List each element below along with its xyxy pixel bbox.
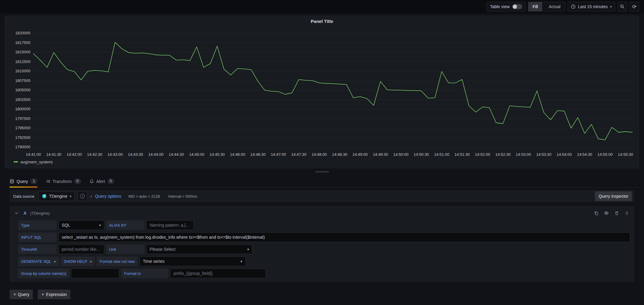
- time-range-picker[interactable]: Last 15 minutes ▾: [568, 2, 615, 11]
- fill-actual-group: Fill Actual: [528, 2, 565, 11]
- triangle-right-icon: ▸: [90, 259, 92, 263]
- svg-text:1807500: 1807500: [15, 78, 30, 83]
- panel-title: Panel Title: [8, 18, 636, 26]
- query-inspector-button[interactable]: Query inspector: [595, 191, 632, 201]
- type-select[interactable]: SQL ▾: [58, 220, 104, 230]
- add-expression-button[interactable]: + Expression: [38, 290, 70, 299]
- format-select[interactable]: Time series ▾: [140, 256, 246, 266]
- svg-text:14:54:00: 14:54:00: [557, 152, 572, 157]
- table-view-switch[interactable]: [512, 4, 522, 9]
- pane-resize-handle[interactable]: [315, 171, 329, 172]
- svg-text:14:54:30: 14:54:30: [577, 152, 592, 157]
- info-icon: i: [80, 194, 85, 199]
- show-help-label: SHOW HELP: [64, 259, 87, 264]
- group-by-row: Group by column name(s) Format to: [18, 269, 630, 278]
- table-view-toggle-group[interactable]: Table view: [487, 2, 525, 11]
- input-sql-field[interactable]: [58, 232, 630, 242]
- add-expression-label: Expression: [46, 292, 67, 297]
- chevron-down-icon: ▾: [247, 247, 249, 251]
- actions-row: GENERATE SQL ▸ SHOW HELP ▸ Format new co…: [18, 256, 630, 266]
- time-range-label: Last 15 minutes: [578, 4, 608, 9]
- chevron-down-icon: ▾: [610, 5, 612, 9]
- refresh-button[interactable]: ⟳: [630, 2, 639, 11]
- drag-handle[interactable]: [624, 211, 630, 215]
- zoom-out-button[interactable]: [618, 2, 627, 11]
- group-by-label: Group by column name(s): [18, 269, 69, 278]
- tab-alert-count: 0: [107, 178, 114, 184]
- datasource-name: TDengine: [49, 194, 67, 199]
- type-row: Type SQL ▾ ALIAS BY: [18, 220, 630, 230]
- svg-text:14:53:00: 14:53:00: [516, 152, 531, 157]
- alias-by-label: ALIAS BY: [106, 220, 145, 230]
- legend-label[interactable]: avg(mem_system): [20, 160, 53, 164]
- eye-icon: [604, 211, 609, 215]
- tab-transform[interactable]: Transform 0: [46, 175, 81, 187]
- svg-text:14:52:00: 14:52:00: [475, 152, 490, 157]
- triangle-right-icon: ▸: [54, 259, 56, 263]
- unit-select[interactable]: Please Select ▾: [146, 244, 252, 254]
- svg-text:1795000: 1795000: [15, 126, 30, 130]
- tab-alert[interactable]: Alert 0: [89, 175, 114, 187]
- svg-text:14:50:00: 14:50:00: [393, 152, 409, 157]
- add-query-label: Query: [18, 292, 29, 297]
- grid-lines: [33, 33, 632, 147]
- generate-sql-button[interactable]: GENERATE SQL ▸: [18, 256, 59, 266]
- unit-value: Please Select: [150, 247, 245, 252]
- timeshift-input[interactable]: [58, 244, 104, 254]
- tab-transform-count: 0: [74, 178, 81, 184]
- svg-text:14:47:30: 14:47:30: [291, 152, 306, 157]
- chevron-down-icon: ▾: [70, 194, 72, 198]
- format-to-input[interactable]: [170, 269, 266, 278]
- svg-text:1792500: 1792500: [15, 135, 30, 140]
- tab-query-count: 1: [30, 178, 37, 184]
- svg-text:14:45:30: 14:45:30: [210, 152, 225, 157]
- unit-label: Unit: [106, 244, 145, 254]
- svg-text:1800000: 1800000: [15, 107, 30, 111]
- collapse-chevron-icon[interactable]: [13, 211, 20, 215]
- tab-query-label: Query: [17, 179, 28, 184]
- tab-query[interactable]: Query 1: [10, 175, 37, 187]
- axis-tick-labels: 1790000179250017950001797500180000018025…: [15, 31, 633, 157]
- bell-icon: [89, 179, 94, 184]
- timeshift-label: Timeshift: [18, 244, 57, 254]
- query-options-toggle[interactable]: Query options: [95, 194, 121, 199]
- svg-text:1790000: 1790000: [15, 145, 30, 149]
- query-datasource-hint: (TDengine): [30, 211, 50, 215]
- alias-by-input[interactable]: [146, 220, 194, 230]
- timeshift-row: Timeshift Unit Please Select ▾: [18, 244, 630, 254]
- svg-text:14:51:30: 14:51:30: [455, 152, 470, 157]
- svg-text:14:46:30: 14:46:30: [250, 152, 266, 157]
- hide-query-button[interactable]: [603, 211, 610, 215]
- svg-text:1810000: 1810000: [15, 69, 30, 73]
- svg-text:1820000: 1820000: [15, 31, 30, 35]
- svg-text:14:42:30: 14:42:30: [87, 152, 102, 157]
- actual-option[interactable]: Actual: [545, 2, 565, 11]
- zoom-out-icon: [620, 4, 625, 9]
- fill-option[interactable]: Fill: [528, 2, 542, 11]
- footer-actions: + Query + Expression: [10, 290, 634, 299]
- format-value: Time series: [143, 259, 238, 264]
- duplicate-query-button[interactable]: [593, 211, 599, 215]
- tab-alert-label: Alert: [96, 179, 105, 184]
- svg-text:14:44:30: 14:44:30: [169, 152, 184, 157]
- delete-query-button[interactable]: [613, 211, 620, 215]
- refresh-icon: ⟳: [632, 4, 636, 10]
- svg-text:14:50:30: 14:50:30: [414, 152, 429, 157]
- group-by-input[interactable]: [71, 269, 119, 278]
- trash-icon: [614, 211, 619, 215]
- copy-icon: [594, 211, 599, 215]
- svg-text:14:43:30: 14:43:30: [128, 152, 143, 157]
- generate-sql-label: GENERATE SQL: [21, 259, 51, 264]
- svg-text:14:41:00: 14:41:00: [26, 152, 41, 157]
- svg-text:14:48:30: 14:48:30: [332, 152, 347, 157]
- add-query-button[interactable]: + Query: [10, 290, 33, 299]
- format-label: Format new col new: [97, 256, 138, 266]
- chart-plot[interactable]: 1790000179250017950001797500180000018025…: [8, 26, 636, 158]
- datasource-picker[interactable]: TDengine ▾: [39, 191, 75, 201]
- plus-icon: +: [41, 292, 44, 297]
- panel-edit-content: Panel Title 1790000179250017950001797500…: [0, 13, 644, 299]
- show-help-button[interactable]: SHOW HELP ▸: [61, 256, 95, 266]
- clock-icon: [571, 4, 576, 9]
- datasource-help-button[interactable]: i: [78, 191, 87, 201]
- svg-text:14:44:00: 14:44:00: [148, 152, 163, 157]
